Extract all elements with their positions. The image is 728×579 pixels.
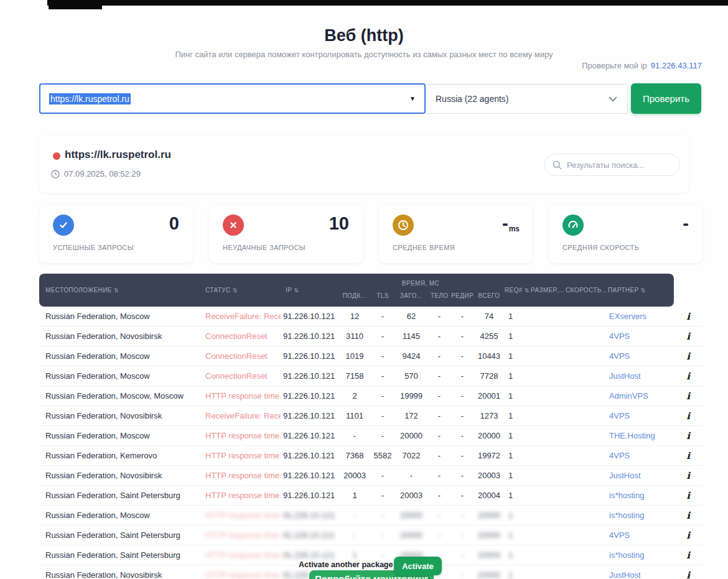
partner-link[interactable]: is*hosting — [609, 550, 644, 560]
cell-telo: - — [429, 426, 450, 445]
cell-telo: - — [429, 307, 450, 326]
cell-location: Russian Federation, Moscow — [39, 346, 200, 366]
cell-redir: - — [450, 545, 475, 565]
cell-tls: - — [371, 346, 394, 366]
cell-zago: 20003 — [394, 486, 429, 505]
cell-req: 1 — [503, 426, 531, 445]
check-button[interactable]: Проверить — [631, 83, 701, 114]
cell-redir: - — [450, 346, 475, 366]
info-icon[interactable]: i — [686, 450, 690, 461]
cell-podk: 1019 — [338, 346, 371, 366]
cell-req: 1 — [503, 446, 531, 465]
cell-partner: 4VPS — [600, 446, 674, 465]
top-black-tab — [49, 0, 102, 9]
cell-req: 1 — [503, 406, 531, 425]
search-box[interactable] — [544, 154, 680, 176]
partner-link[interactable]: JustHost — [609, 371, 641, 381]
partner-link[interactable]: AdminVPS — [609, 391, 648, 401]
combo-dropdown-icon[interactable]: ▼ — [409, 95, 416, 102]
activate-button[interactable]: Activate — [394, 557, 442, 575]
stat-success-label: УСПЕШНЫЕ ЗАПРОСЫ — [53, 244, 134, 251]
cell-skorost — [566, 386, 600, 405]
col-tls: TLS — [371, 274, 394, 307]
search-input[interactable] — [567, 160, 666, 170]
col-partner[interactable]: ПАРТНЕР⇅ — [600, 274, 674, 307]
stat-card-success: 0 УСПЕШНЫЕ ЗАПРОСЫ — [39, 205, 193, 263]
col-req[interactable]: REQ#⇅ — [503, 274, 531, 307]
info-icon[interactable]: i — [686, 550, 690, 561]
cell-redir: - — [450, 366, 475, 386]
cell-zago: - — [394, 466, 429, 485]
cell-vsego: 19972 — [475, 446, 503, 465]
cell-info: i — [674, 545, 702, 565]
info-icon[interactable]: i — [686, 371, 690, 382]
cell-req: 1 — [503, 506, 531, 525]
info-icon[interactable]: i — [686, 351, 690, 362]
col-size: РАЗМЕР,... — [531, 274, 566, 307]
table-row: Russian Federation, NovosibirskConnectio… — [39, 327, 702, 346]
stat-avg-speed-value: - — [683, 213, 689, 234]
cell-partner: JustHost — [600, 366, 674, 386]
info-icon[interactable]: i — [686, 570, 690, 579]
info-icon[interactable]: i — [686, 410, 690, 422]
col-status[interactable]: СТАТУС⇅ — [200, 274, 281, 307]
info-icon[interactable]: i — [686, 490, 690, 501]
col-info-spacer — [674, 274, 702, 307]
info-icon[interactable]: i — [686, 470, 690, 481]
cell-zago: 20000 — [394, 526, 429, 545]
info-icon[interactable]: i — [686, 391, 690, 402]
cell-status: ConnectionReset — [200, 327, 281, 346]
cell-info: i — [674, 565, 702, 579]
cell-vsego: 20004 — [475, 545, 503, 565]
partner-link[interactable]: THE.Hosting — [609, 431, 655, 440]
cell-razmer — [531, 426, 566, 445]
my-ip-line: Проверьте мой ip91.226.43.117 — [582, 61, 702, 70]
col-location[interactable]: МЕСТОПОЛОЖЕНИЕ⇅ — [39, 274, 200, 307]
partner-link[interactable]: 4VPS — [609, 351, 630, 361]
info-icon[interactable]: i — [686, 510, 690, 521]
cell-status: ReceiveFailure: Rece... — [200, 307, 281, 326]
cell-zago: 9424 — [394, 346, 429, 366]
my-ip-link[interactable]: 91.226.43.117 — [651, 61, 702, 70]
cell-podk: 1 — [338, 486, 371, 505]
page-title: Веб (http) — [0, 26, 728, 45]
partner-link[interactable]: 4VPS — [609, 451, 630, 460]
cell-redir: - — [450, 486, 475, 505]
info-icon[interactable]: i — [686, 530, 690, 541]
gauge-icon — [562, 215, 584, 236]
cell-info: i — [674, 526, 702, 545]
cell-podk: - — [338, 526, 371, 545]
cell-telo: - — [429, 446, 450, 465]
partner-link[interactable]: 4VPS — [609, 331, 630, 341]
col-ip[interactable]: IP⇅ — [281, 274, 338, 307]
partner-link[interactable]: JustHost — [609, 570, 641, 579]
cell-partner: is*hosting — [600, 506, 674, 525]
search-icon — [553, 160, 562, 170]
cell-skorost — [566, 346, 600, 366]
cell-vsego: 7728 — [475, 366, 503, 386]
cell-skorost — [566, 446, 600, 465]
cell-ip: 91.226.10.121 — [281, 327, 338, 346]
cell-partner: EXservers — [600, 307, 674, 326]
info-icon[interactable]: i — [686, 331, 690, 342]
info-icon[interactable]: i — [686, 311, 690, 322]
cell-location: Russian Federation, Moscow — [39, 506, 200, 525]
partner-link[interactable]: EXservers — [609, 312, 646, 321]
stat-card-failed: 10 НЕУДАЧНЫЕ ЗАПРОСЫ — [209, 205, 363, 263]
partner-link[interactable]: is*hosting — [609, 511, 644, 520]
info-icon[interactable]: i — [686, 430, 690, 442]
cell-status: HTTP response time... — [200, 426, 281, 445]
cell-ip: 91.226.10.121 — [281, 526, 338, 545]
url-input[interactable]: https://lk.ruspetrol.ru ▼ — [39, 83, 426, 114]
cell-skorost — [566, 406, 600, 425]
region-select[interactable]: Russia (22 agents) — [426, 84, 628, 114]
partner-link[interactable]: 4VPS — [609, 530, 630, 540]
cell-zago: 19999 — [394, 386, 429, 405]
partner-link[interactable]: 4VPS — [609, 411, 630, 420]
cell-partner: 4VPS — [600, 526, 674, 545]
partner-link[interactable]: is*hosting — [609, 491, 644, 500]
cell-tls: 5582 — [371, 446, 394, 465]
sort-icon: ⇅ — [233, 287, 238, 294]
partner-link[interactable]: JustHost — [609, 471, 641, 480]
cell-vsego: 74 — [475, 307, 503, 326]
